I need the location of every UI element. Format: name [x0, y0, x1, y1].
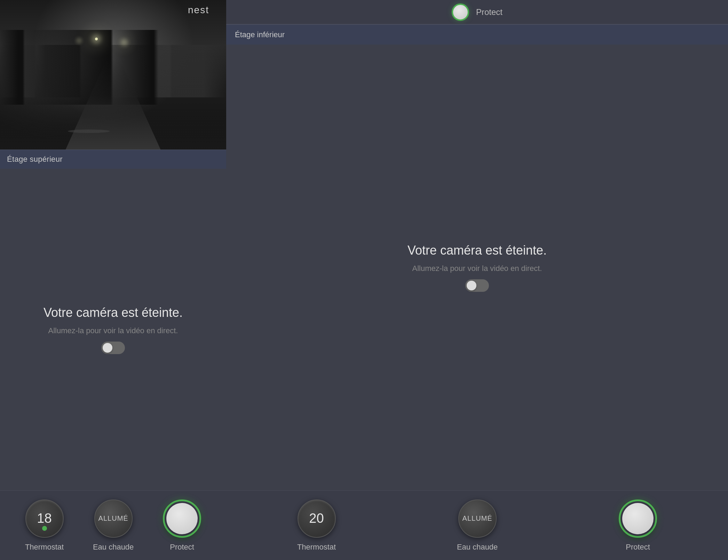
eau-chaude-label-right: Eau chaude — [457, 543, 498, 552]
protect-inner-right — [622, 503, 654, 534]
thermostat-label-right: Thermostat — [297, 543, 336, 552]
section-label-right: Étage inférieur — [235, 30, 285, 39]
device-bar-right: 20 Thermostat ALLUMÉ Eau chaude Protect — [226, 490, 728, 560]
device-eau-chaude-left[interactable]: ALLUMÉ Eau chaude — [93, 499, 134, 552]
thermostat-label-left: Thermostat — [25, 543, 64, 552]
eau-chaude-icon-left: ALLUMÉ — [94, 499, 133, 538]
thermostat-temp-left: 18 — [37, 511, 52, 526]
camera-off-panel-right: Votre caméra est éteinte. Allumez-la pou… — [226, 45, 728, 490]
main-layout: nest Étage supérieur Votre caméra est ét… — [0, 0, 728, 560]
protect-strip-icon — [452, 3, 469, 21]
eau-chaude-status-right: ALLUMÉ — [462, 514, 492, 522]
camera-top: nest — [0, 0, 226, 150]
thermostat-icon-right: 20 — [298, 499, 336, 538]
top-protect-strip: Protect — [226, 0, 728, 24]
svg-text:nest: nest — [188, 5, 209, 15]
protect-inner-left — [166, 503, 198, 534]
protect-strip-label: Protect — [476, 7, 503, 17]
green-leaf-left — [42, 526, 47, 531]
protect-label-right: Protect — [626, 543, 650, 552]
device-bar-left: 18 Thermostat ALLUMÉ Eau chaude Protect — [0, 490, 226, 560]
camera-off-title-left: Votre caméra est éteinte. — [43, 305, 183, 320]
nest-logo: nest — [188, 3, 219, 18]
camera-scene — [0, 0, 226, 150]
right-panel: Protect Étage inférieur Votre caméra est… — [226, 0, 728, 560]
camera-feed — [0, 0, 226, 150]
device-thermostat-left[interactable]: 18 Thermostat — [25, 499, 64, 552]
camera-toggle-left[interactable] — [101, 342, 125, 354]
section-divider-right: Étage inférieur — [226, 24, 728, 45]
device-eau-chaude-right[interactable]: ALLUMÉ Eau chaude — [457, 499, 498, 552]
thermostat-temp-right: 20 — [309, 511, 324, 526]
protect-icon-right — [619, 499, 657, 538]
section-divider-left: Étage supérieur — [0, 150, 226, 169]
protect-label-left: Protect — [170, 543, 194, 552]
eau-chaude-icon-right: ALLUMÉ — [458, 499, 497, 538]
camera-toggle-right[interactable] — [465, 279, 489, 292]
camera-off-panel-left: Votre caméra est éteinte. Allumez-la pou… — [0, 169, 226, 490]
thermostat-icon-left: 18 — [25, 499, 64, 538]
camera-off-title-right: Votre caméra est éteinte. — [407, 243, 547, 258]
camera-off-subtitle-right: Allumez-la pour voir la vidéo en direct. — [412, 264, 542, 273]
protect-icon-left — [163, 499, 201, 538]
device-protect-right[interactable]: Protect — [619, 499, 657, 552]
device-protect-left[interactable]: Protect — [163, 499, 201, 552]
left-panel: nest Étage supérieur Votre caméra est ét… — [0, 0, 226, 560]
camera-off-subtitle-left: Allumez-la pour voir la vidéo en direct. — [48, 326, 178, 335]
section-label-left: Étage supérieur — [7, 155, 63, 163]
device-thermostat-right[interactable]: 20 Thermostat — [297, 499, 336, 552]
eau-chaude-status-left: ALLUMÉ — [98, 514, 128, 522]
eau-chaude-label-left: Eau chaude — [93, 543, 134, 552]
